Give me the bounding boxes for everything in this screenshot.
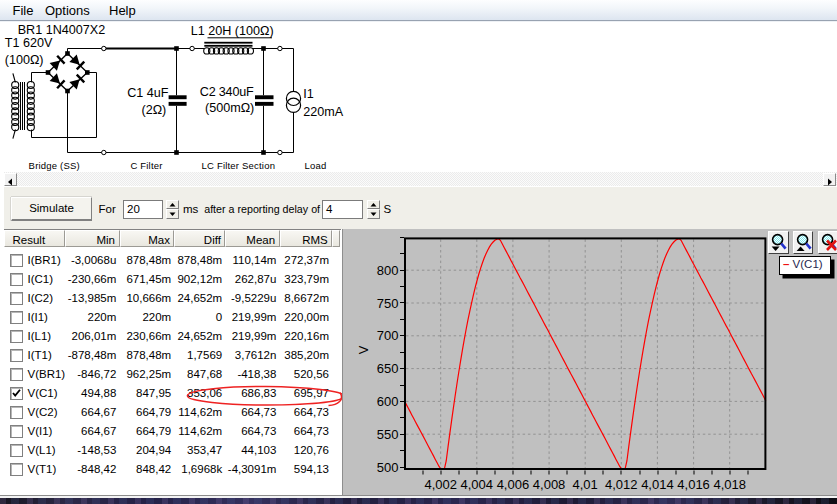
svg-text:C1 4uF: C1 4uF [127, 86, 169, 100]
svg-text:650: 650 [376, 361, 398, 376]
svg-text:4,014: 4,014 [641, 477, 674, 492]
svg-text:Load: Load [305, 160, 327, 171]
svg-text:600: 600 [376, 394, 398, 409]
svg-text:4,016: 4,016 [677, 477, 710, 492]
svg-text:4,002: 4,002 [424, 477, 457, 492]
svg-text:Bridge (SS): Bridge (SS) [29, 160, 80, 171]
svg-text:T1 620V: T1 620V [5, 36, 53, 50]
svg-text:C2 340uF: C2 340uF [200, 85, 254, 99]
svg-text:800: 800 [376, 263, 398, 278]
svg-text:550: 550 [376, 427, 398, 442]
svg-text:(100Ω): (100Ω) [5, 53, 44, 67]
svg-text:I1: I1 [303, 87, 314, 101]
svg-text:4,018: 4,018 [713, 477, 746, 492]
svg-text:(500mΩ): (500mΩ) [205, 101, 254, 115]
svg-text:LC Filter Section: LC Filter Section [202, 160, 276, 171]
svg-text:700: 700 [376, 328, 398, 343]
svg-text:BR1 1N4007X2: BR1 1N4007X2 [18, 23, 106, 37]
svg-text:500: 500 [376, 460, 398, 475]
svg-text:V: V [356, 345, 371, 354]
svg-text:4,01: 4,01 [572, 477, 597, 492]
svg-text:L1 20H (100Ω): L1 20H (100Ω) [191, 24, 274, 38]
svg-text:4,006: 4,006 [496, 477, 529, 492]
svg-text:4,008: 4,008 [532, 477, 565, 492]
svg-text:220mA: 220mA [303, 105, 344, 119]
svg-text:750: 750 [376, 296, 398, 311]
svg-text:4,012: 4,012 [605, 477, 638, 492]
svg-text:(2Ω): (2Ω) [142, 103, 167, 117]
svg-text:C Filter: C Filter [130, 160, 162, 171]
svg-text:4,004: 4,004 [460, 477, 493, 492]
